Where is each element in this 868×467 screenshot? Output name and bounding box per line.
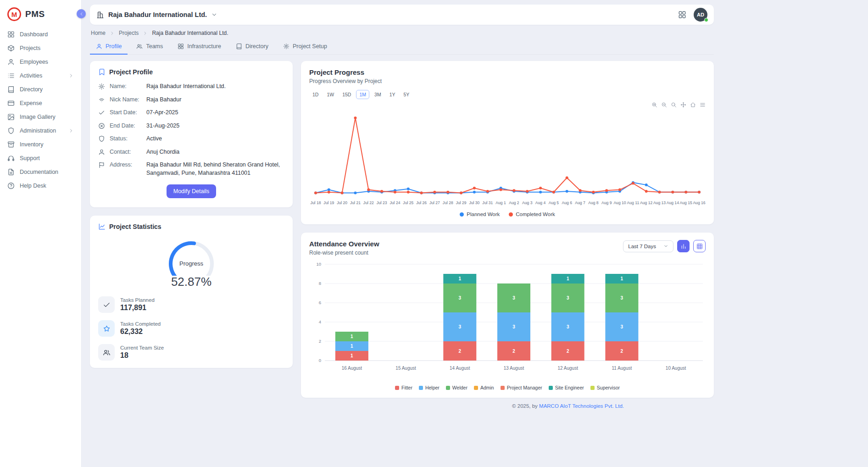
legend-item[interactable]: Fitter bbox=[395, 385, 412, 390]
company-selector[interactable]: Raja Bahadur International Ltd. bbox=[96, 11, 217, 19]
project-progress-card: Project Progress Progress Overview by Pr… bbox=[301, 61, 714, 224]
legend-item[interactable]: Helper bbox=[419, 385, 440, 390]
sidebar-item-employees[interactable]: Employees bbox=[0, 55, 81, 69]
chart-line-icon bbox=[98, 223, 106, 230]
tab-profile[interactable]: Profile bbox=[90, 39, 128, 55]
sidebar-nav: Dashboard Projects Employees Activities … bbox=[0, 28, 81, 193]
time-range-selector: 1D 1W 15D 1M 3M 1Y 5Y bbox=[309, 90, 706, 99]
check-icon bbox=[98, 109, 105, 116]
pan-icon[interactable] bbox=[680, 102, 686, 108]
legend-item[interactable]: Planned Work bbox=[460, 211, 500, 217]
legend-item[interactable]: Supervisor bbox=[590, 385, 620, 390]
shield-icon bbox=[98, 135, 105, 142]
svg-text:2: 2 bbox=[459, 349, 462, 354]
zoom-in-icon[interactable] bbox=[651, 102, 657, 108]
range-5y-button[interactable]: 5Y bbox=[400, 90, 412, 99]
range-1w-button[interactable]: 1W bbox=[323, 90, 337, 99]
reset-home-icon[interactable] bbox=[690, 102, 696, 108]
svg-text:14 August: 14 August bbox=[450, 366, 470, 371]
sidebar-item-help-desk[interactable]: Help Desk bbox=[0, 179, 81, 193]
sidebar-item-activities[interactable]: Activities bbox=[0, 69, 81, 83]
range-1m-button[interactable]: 1M bbox=[356, 90, 369, 99]
svg-text:6: 6 bbox=[319, 300, 321, 305]
box-icon bbox=[7, 44, 15, 52]
legend-item[interactable]: Welder bbox=[446, 385, 467, 390]
range-1d-button[interactable]: 1D bbox=[309, 90, 322, 99]
tab-teams[interactable]: Teams bbox=[130, 39, 169, 55]
image-icon bbox=[7, 113, 15, 121]
sidebar-item-administration[interactable]: Administration bbox=[0, 124, 81, 138]
gear-icon bbox=[98, 83, 105, 90]
project-statistics-card: Project Statistics Progress 52.87% Tasks… bbox=[90, 216, 293, 368]
sidebar-item-label: Help Desk bbox=[20, 183, 46, 189]
list-icon bbox=[7, 72, 15, 79]
legend-item[interactable]: Admin bbox=[474, 385, 494, 390]
modify-details-button[interactable]: Modify Details bbox=[167, 184, 217, 198]
tab-project-setup[interactable]: Project Setup bbox=[277, 39, 333, 55]
range-3m-button[interactable]: 3M bbox=[371, 90, 384, 99]
stat-label: Current Team Size bbox=[120, 345, 164, 350]
stat-label: Tasks Planned bbox=[120, 297, 155, 303]
table-view-button[interactable] bbox=[693, 240, 706, 252]
svg-text:1: 1 bbox=[351, 334, 353, 339]
footer-company-link[interactable]: MARCO AIoT Technologies Pvt. Ltd. bbox=[539, 403, 624, 409]
gauge-label: Progress bbox=[164, 260, 219, 267]
field-label: Contact: bbox=[110, 148, 142, 155]
app-logo[interactable]: M PMS bbox=[0, 3, 81, 28]
legend-dot bbox=[509, 212, 513, 217]
field-label: Nick Name: bbox=[110, 96, 142, 103]
bar-chart[interactable]: 024681016 August11115 August14 August233… bbox=[309, 261, 706, 381]
avatar[interactable]: AD bbox=[694, 8, 707, 22]
sidebar-item-label: Expense bbox=[20, 100, 42, 106]
range-1y-button[interactable]: 1Y bbox=[386, 90, 399, 99]
svg-text:3: 3 bbox=[567, 324, 569, 329]
user-icon bbox=[96, 43, 102, 50]
apps-grid-icon[interactable] bbox=[678, 11, 686, 19]
bar-chart-view-button[interactable] bbox=[677, 240, 690, 252]
legend-dot bbox=[460, 212, 464, 217]
svg-text:Aug 7: Aug 7 bbox=[575, 200, 585, 205]
sidebar-item-image-gallery[interactable]: Image Gallery bbox=[0, 110, 81, 124]
stat-value: 62,332 bbox=[120, 328, 161, 336]
sidebar-item-documentation[interactable]: Documentation bbox=[0, 165, 81, 179]
sidebar-item-support[interactable]: Support bbox=[0, 151, 81, 165]
profile-field-name: Name: Raja Bahadur International Ltd. bbox=[98, 83, 284, 91]
sidebar-collapse-button[interactable] bbox=[77, 9, 86, 18]
svg-text:12 August: 12 August bbox=[557, 366, 578, 371]
svg-text:2: 2 bbox=[319, 339, 321, 344]
field-label: Status: bbox=[110, 135, 142, 142]
breadcrumb-home[interactable]: Home bbox=[91, 30, 106, 36]
sidebar-item-projects[interactable]: Projects bbox=[0, 41, 81, 55]
tab-directory[interactable]: Directory bbox=[230, 39, 274, 55]
footer: © 2025, by MARCO AIoT Technologies Pvt. … bbox=[90, 398, 714, 415]
check-icon bbox=[103, 301, 111, 309]
svg-text:Jul 22: Jul 22 bbox=[363, 200, 374, 205]
svg-text:Jul 26: Jul 26 bbox=[416, 200, 427, 205]
legend-item[interactable]: Project Manager bbox=[501, 385, 542, 390]
legend-item[interactable]: Completed Work bbox=[509, 211, 555, 217]
breadcrumb-projects[interactable]: Projects bbox=[119, 30, 139, 36]
svg-text:Jul 31: Jul 31 bbox=[482, 200, 493, 205]
svg-text:10 August: 10 August bbox=[666, 366, 686, 371]
legend-item[interactable]: Site Engineer bbox=[549, 385, 584, 390]
grid-icon bbox=[178, 43, 184, 50]
profile-field-nickname: Nick Name: Raja Bahadur bbox=[98, 96, 284, 104]
sidebar-item-dashboard[interactable]: Dashboard bbox=[0, 28, 81, 41]
menu-icon[interactable] bbox=[700, 102, 706, 108]
zoom-out-icon[interactable] bbox=[661, 102, 667, 108]
book-icon bbox=[236, 43, 242, 50]
date-range-select[interactable]: Last 7 Days bbox=[623, 240, 673, 252]
sidebar-item-expense[interactable]: Expense bbox=[0, 96, 81, 110]
range-15d-button[interactable]: 15D bbox=[339, 90, 354, 99]
sidebar-item-directory[interactable]: Directory bbox=[0, 83, 81, 96]
tab-infrastructure[interactable]: Infrastructure bbox=[172, 39, 227, 55]
svg-text:3: 3 bbox=[621, 324, 623, 329]
autoscale-icon[interactable] bbox=[671, 102, 677, 108]
users-icon bbox=[136, 43, 143, 50]
sidebar-item-inventory[interactable]: Inventory bbox=[0, 138, 81, 151]
progress-gauge: Progress 52.87% bbox=[98, 237, 284, 289]
sidebar-item-label: Inventory bbox=[20, 141, 43, 148]
legend-swatch bbox=[501, 386, 505, 390]
line-chart[interactable]: Jul 18Jul 19Jul 20Jul 21Jul 22Jul 23Jul … bbox=[309, 111, 706, 208]
svg-text:11 August: 11 August bbox=[612, 366, 632, 371]
